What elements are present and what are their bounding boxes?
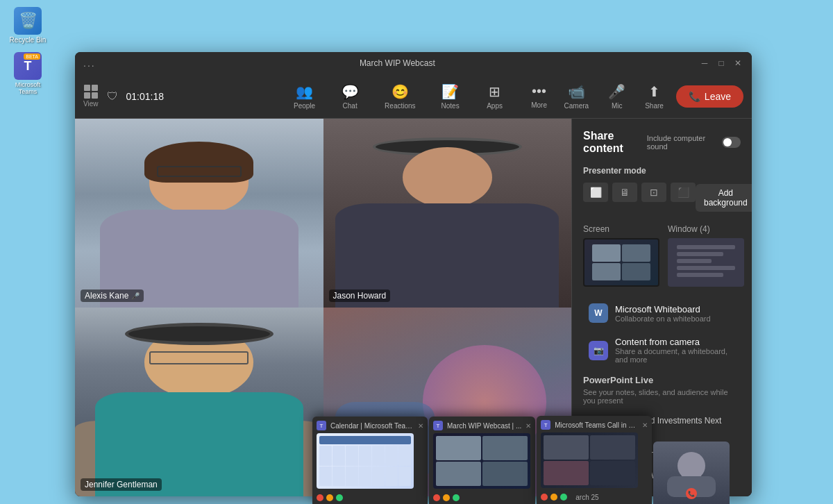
camera-content-text: Content from camera Share a document, a … <box>615 337 735 364</box>
call-app-icon: T <box>541 420 550 430</box>
computer-sound-label: Include computer sound <box>647 134 716 151</box>
chat-button[interactable]: 💬 Chat <box>335 81 365 112</box>
mic-icon: 🎤 <box>608 83 625 100</box>
notes-button[interactable]: 📝 Notes <box>435 81 466 112</box>
whiteboard-option[interactable]: W Microsoft Whiteboard Collaborate on a … <box>583 298 741 328</box>
webcast-app-icon: T <box>433 421 443 430</box>
webcast-close[interactable]: ✕ <box>525 422 531 430</box>
title-bar: ... March WIP Webcast ─ □ ✕ <box>75 52 752 74</box>
beta-badge: BETA <box>24 53 40 60</box>
tl-green-3[interactable] <box>560 494 567 501</box>
video-name-jason: Jason Howard <box>329 289 391 302</box>
presenter-mode-buttons: ⬜ 🖥 ⊡ ⬛ <box>583 183 696 202</box>
thumbnail-header-calendar: T Calendar | Microsoft Teams ✕ <box>317 421 423 430</box>
toolbar-right: 📹 Camera 🎤 Mic ⬆ Share 📞 Leave <box>557 81 743 112</box>
call-preview <box>541 432 638 488</box>
call-close[interactable]: ✕ <box>642 421 648 429</box>
toggle-knob <box>723 138 732 146</box>
close-button[interactable]: ✕ <box>732 58 743 69</box>
share-sources-row: Screen <box>583 224 741 287</box>
camera-icon: 📹 <box>568 83 585 100</box>
more-button[interactable]: ••• More <box>524 81 555 112</box>
reactions-button[interactable]: 😊 Reactions <box>379 81 421 112</box>
teams-beta-icon[interactable]: T BETA MicrosoftTeams <box>7 52 49 95</box>
apps-icon: ⊞ <box>489 83 500 100</box>
screen-preview[interactable] <box>583 238 659 287</box>
thumbnail-header-call: T Microsoft Teams Call in progr... ✕ <box>541 420 648 430</box>
extra-person-thumbnail[interactable]: 📞 <box>653 442 730 504</box>
powerpoint-title: PowerPoint Live <box>583 375 741 385</box>
tl-yellow[interactable] <box>326 494 333 501</box>
people-icon: 👥 <box>296 83 313 100</box>
presenter-mode-label: Presenter mode <box>583 166 741 176</box>
tl-yellow-2[interactable] <box>443 494 450 501</box>
video-name-alexis: Alexis Kane 🎤 <box>81 289 144 302</box>
calendar-preview <box>317 433 414 489</box>
window-title: March WIP Webcast <box>360 58 435 68</box>
presenter-mode-1[interactable]: ⬜ <box>583 183 608 202</box>
computer-sound-toggle[interactable] <box>722 137 741 148</box>
reactions-icon: 😊 <box>392 83 409 100</box>
camera-button[interactable]: 📹 Camera <box>557 81 596 112</box>
notes-icon: 📝 <box>441 83 459 100</box>
calendar-close[interactable]: ✕ <box>418 422 423 430</box>
thumbnail-call[interactable]: T Microsoft Teams Call in progr... ✕ arc… <box>537 416 652 504</box>
mic-button[interactable]: 🎤 Mic <box>601 81 632 112</box>
call-timer: 01:01:18 <box>126 91 165 102</box>
apps-button[interactable]: ⊞ Apps <box>480 81 510 112</box>
camera-content-option[interactable]: 📷 Content from camera Share a document, … <box>583 331 741 369</box>
more-icon: ••• <box>532 83 546 99</box>
mic-indicator-alexis: 🎤 <box>131 292 140 300</box>
thumbnail-calendar[interactable]: T Calendar | Microsoft Teams ✕ <box>312 417 428 504</box>
chat-icon: 💬 <box>342 83 359 100</box>
presenter-mode-4[interactable]: ⬛ <box>671 183 696 202</box>
leave-button[interactable]: 📞 Leave <box>676 85 743 108</box>
recycle-bin-icon[interactable]: 🗑️ Recycle Bin <box>7 7 49 44</box>
presenter-mode-2[interactable]: 🖥 <box>612 183 637 202</box>
desktop: 🗑️ Recycle Bin T BETA MicrosoftTeams ...… <box>0 0 833 504</box>
tl-red[interactable] <box>317 494 323 501</box>
presenter-modes-row: ⬜ 🖥 ⊡ ⬛ Add background <box>583 183 741 213</box>
window-preview[interactable] <box>668 238 744 287</box>
window-source: Window (4) <box>668 224 744 287</box>
thumbnail-webcast[interactable]: T March WIP Webcast | ... ✕ <box>429 417 535 504</box>
window-controls: ─ □ ✕ <box>699 58 743 69</box>
toolbar-center: 👥 People 💬 Chat 😊 Reactions 📝 Notes ⊞ <box>288 81 555 112</box>
date-label: arch 25 <box>575 494 598 501</box>
computer-sound-row: Include computer sound <box>647 134 741 151</box>
tl-red-2[interactable] <box>433 494 440 501</box>
call-title: Microsoft Teams Call in progr... <box>555 421 638 429</box>
tl-green[interactable] <box>336 494 343 501</box>
share-title: Share content <box>583 130 647 155</box>
shield-icon: 🛡 <box>107 90 118 103</box>
tl-green-2[interactable] <box>453 494 460 501</box>
minimize-button[interactable]: ─ <box>699 58 710 69</box>
webcast-preview <box>433 433 530 489</box>
leave-phone-icon: 📞 <box>689 91 700 102</box>
video-cell-alexis: Alexis Kane 🎤 <box>75 119 323 308</box>
traffic-lights-webcast <box>433 492 531 504</box>
view-button[interactable]: View <box>83 85 99 108</box>
calendar-app-icon: T <box>317 421 326 430</box>
window-label: Window (4) <box>668 224 744 234</box>
window-menu-dots[interactable]: ... <box>83 58 96 69</box>
people-button[interactable]: 👥 People <box>288 81 321 112</box>
whiteboard-icon: W <box>589 303 608 323</box>
screen-label: Screen <box>583 224 659 234</box>
traffic-lights-call: arch 25 <box>541 491 648 504</box>
video-cell-jennifer: Jennifer Gentleman <box>75 308 323 496</box>
screen-source: Screen <box>583 224 659 287</box>
presenter-mode-3[interactable]: ⊡ <box>641 183 666 202</box>
traffic-lights-calendar <box>317 492 423 504</box>
powerpoint-desc: See your notes, slides, and audience whi… <box>583 388 741 405</box>
share-button[interactable]: ⬆ Share <box>638 81 671 112</box>
desktop-icons: 🗑️ Recycle Bin T BETA MicrosoftTeams <box>7 7 49 95</box>
maximize-button[interactable]: □ <box>716 58 727 69</box>
whiteboard-text: Microsoft Whiteboard Collaborate on a wh… <box>615 304 735 323</box>
share-icon: ⬆ <box>648 83 660 100</box>
tl-yellow-3[interactable] <box>550 494 557 501</box>
add-background-button[interactable]: Add background <box>696 184 752 212</box>
tl-red-3[interactable] <box>541 494 548 501</box>
calendar-title: Calendar | Microsoft Teams <box>330 422 414 430</box>
video-cell-jason: Jason Howard <box>323 119 572 308</box>
